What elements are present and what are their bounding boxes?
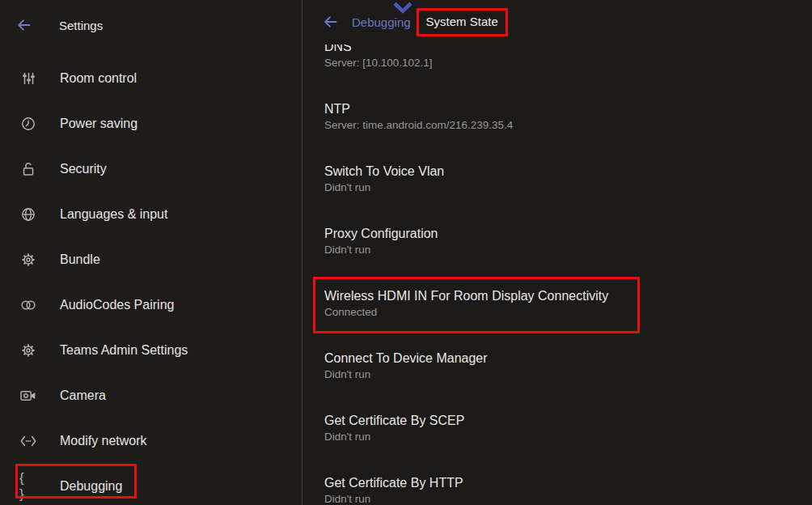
lock-open-icon — [19, 161, 37, 177]
list-item-wireless-hdmi-in[interactable]: Wireless HDMI IN For Room Display Connec… — [324, 287, 812, 320]
chevron-down-icon — [392, 2, 413, 14]
sidebar-item-room-control[interactable]: Room control — [0, 56, 302, 101]
list-item-proxy-configuration[interactable]: Proxy Configuration Didn't run — [324, 225, 812, 257]
sidebar-header: Settings — [16, 16, 103, 34]
system-state-list: DNS Server: [10.100.102.1] NTP Server: t… — [303, 45, 812, 505]
item-title: Get Certificate By HTTP — [324, 474, 812, 491]
globe-icon — [19, 206, 37, 223]
gear-icon — [19, 252, 37, 268]
list-item-switch-to-voice-vlan[interactable]: Switch To Voice Vlan Didn't run — [324, 163, 812, 195]
code-network-icon — [19, 435, 37, 448]
item-subtitle: Didn't run — [324, 491, 812, 505]
settings-sidebar: Settings Room control Power saving — [0, 0, 302, 505]
list-item-dns[interactable]: DNS Server: [10.100.102.1] — [324, 45, 812, 70]
item-title: Switch To Voice Vlan — [324, 163, 812, 180]
item-subtitle: Didn't run — [324, 367, 812, 382]
item-title: NTP — [324, 100, 812, 117]
back-icon[interactable] — [16, 19, 32, 32]
list-item-get-certificate-by-scep[interactable]: Get Certificate By SCEP Didn't run — [324, 412, 812, 444]
sidebar-title: Settings — [44, 19, 103, 32]
gear-icon — [19, 342, 37, 359]
sidebar-item-power-saving[interactable]: Power saving — [0, 101, 302, 146]
page-title: System State — [426, 15, 498, 28]
list-item-ntp[interactable]: NTP Server: time.android.com/216.239.35.… — [324, 100, 812, 133]
sidebar-item-debugging[interactable]: { } Debugging — [0, 464, 302, 505]
item-title: DNS — [324, 45, 812, 55]
sidebar-nav: Room control Power saving Security — [0, 56, 302, 505]
system-state-panel: Debugging System State DNS Server: [10.1… — [303, 0, 812, 505]
list-item-connect-to-device-manager[interactable]: Connect To Device Manager Didn't run — [324, 350, 812, 382]
sliders-icon — [19, 70, 37, 87]
item-subtitle: Server: [10.100.102.1] — [324, 55, 812, 70]
sidebar-item-label: Camera — [60, 388, 106, 403]
item-title: Wireless HDMI IN For Room Display Connec… — [324, 287, 812, 304]
sidebar-item-label: Bundle — [60, 252, 100, 267]
item-subtitle: Server: time.android.com/216.239.35.4 — [324, 117, 812, 133]
main-header: Debugging System State — [303, 0, 812, 44]
sidebar-item-bundle[interactable]: Bundle — [0, 237, 302, 282]
breadcrumb-debugging[interactable]: Debugging — [352, 15, 411, 29]
sidebar-item-label: Languages & input — [60, 207, 167, 222]
sidebar-item-modify-network[interactable]: Modify network — [0, 418, 302, 464]
item-subtitle: Connected — [324, 304, 812, 320]
sidebar-item-label: Security — [60, 162, 107, 176]
pairing-rings-icon — [19, 297, 37, 313]
video-camera-gear-icon — [19, 388, 37, 404]
sidebar-item-label: Power saving — [60, 117, 137, 131]
sidebar-item-label: AudioCodes Pairing — [60, 298, 174, 312]
list-item-get-certificate-by-http[interactable]: Get Certificate By HTTP Didn't run — [324, 474, 812, 505]
item-title: Get Certificate By SCEP — [324, 412, 812, 429]
sidebar-item-label: Room control — [60, 71, 137, 86]
item-title: Proxy Configuration — [324, 225, 812, 242]
sidebar-item-camera[interactable]: Camera — [0, 373, 302, 418]
sidebar-item-audiocodes-pairing[interactable]: AudioCodes Pairing — [0, 282, 302, 328]
item-subtitle: Didn't run — [324, 429, 812, 444]
sidebar-item-label: Debugging — [60, 479, 122, 494]
braces-icon: { } — [19, 470, 37, 503]
item-title: Connect To Device Manager — [324, 350, 812, 367]
sidebar-item-label: Modify network — [60, 434, 147, 448]
page-title-highlight-box: System State — [417, 8, 508, 36]
clock-icon — [19, 116, 37, 132]
sidebar-item-languages-input[interactable]: Languages & input — [0, 192, 302, 237]
item-subtitle: Didn't run — [324, 242, 812, 257]
sidebar-item-teams-admin-settings[interactable]: Teams Admin Settings — [0, 328, 302, 373]
back-icon[interactable] — [323, 15, 338, 28]
sidebar-item-label: Teams Admin Settings — [60, 343, 188, 358]
sidebar-item-security[interactable]: Security — [0, 146, 302, 192]
item-subtitle: Didn't run — [324, 180, 812, 195]
